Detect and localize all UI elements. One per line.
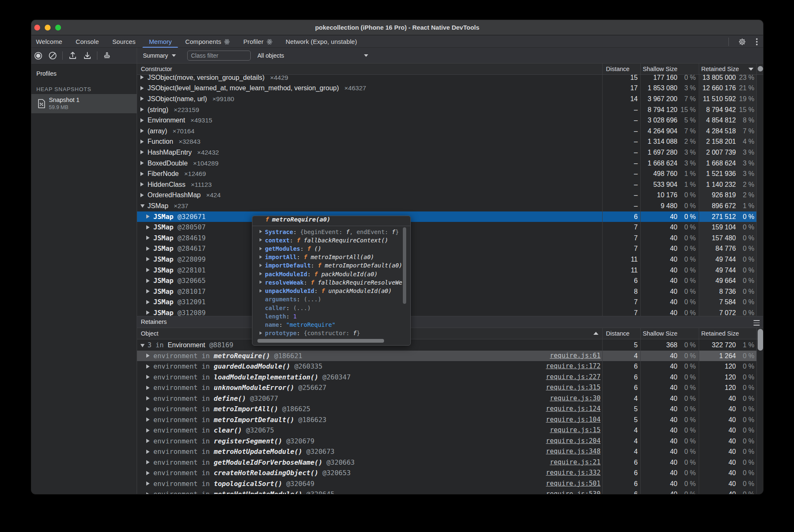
retainer-row[interactable]: environment in metroHotUpdateModule() @3…: [137, 446, 757, 457]
tree-expanded-icon[interactable]: [140, 204, 145, 208]
tree-collapsed-icon[interactable]: [146, 247, 150, 251]
constructor-row[interactable]: Environment×49315–3 028 6965 %4 854 8128…: [137, 115, 757, 126]
tab-network-expo-unstable[interactable]: Network (Expo, unstable): [279, 36, 364, 48]
source-link[interactable]: require.js:204: [546, 436, 601, 447]
retainer-row[interactable]: environment in registerSegment() @320679…: [137, 436, 757, 447]
col-header-retained-size[interactable]: Retained Size: [701, 328, 739, 339]
column-divider[interactable]: [602, 64, 603, 316]
column-divider[interactable]: [699, 64, 699, 316]
tree-collapsed-icon[interactable]: [146, 289, 150, 293]
source-link[interactable]: require.js:227: [546, 372, 601, 383]
constructor-row[interactable]: JSMap @3120917400 %7 5840 %: [137, 297, 757, 308]
tree-collapsed-icon[interactable]: [140, 140, 144, 144]
tree-collapsed-icon[interactable]: [146, 375, 150, 379]
constructor-row[interactable]: JSMap @2846177400 %84 7760 %: [137, 243, 757, 254]
source-link[interactable]: require.js:348: [546, 446, 601, 457]
tree-collapsed-icon[interactable]: [140, 129, 144, 133]
tree-collapsed-icon[interactable]: [146, 481, 150, 486]
tree-collapsed-icon[interactable]: [146, 386, 150, 390]
sidebar-item-snapshot[interactable]: Snapshot 1 59.9 MB: [31, 94, 137, 113]
source-link[interactable]: require.js:172: [546, 361, 601, 372]
tooltip-property-row[interactable]: prototype: {constructor: f}: [252, 329, 402, 337]
retainer-row[interactable]: environment in clear() @320675require.js…: [137, 425, 757, 436]
tooltip-vscrollbar[interactable]: [403, 227, 406, 304]
tree-collapsed-icon[interactable]: [146, 300, 150, 304]
clear-profiles-icon[interactable]: [48, 51, 57, 60]
constructor-row[interactable]: JSMap @22810111400 %49 7440 %: [137, 265, 757, 276]
source-link[interactable]: require.js:315: [546, 382, 601, 393]
constructor-row[interactable]: BoxedDouble×104289–1 668 6243 %1 668 624…: [137, 158, 757, 169]
tooltip-property-row[interactable]: unpackModuleId: f unpackModuleId(a0): [252, 287, 402, 295]
tree-collapsed-icon[interactable]: [146, 417, 150, 422]
tree-collapsed-icon[interactable]: [146, 236, 150, 240]
tree-collapsed-icon[interactable]: [146, 460, 150, 464]
tree-collapsed-icon[interactable]: [140, 97, 144, 101]
settings-gear-icon[interactable]: [734, 36, 751, 48]
load-profile-icon[interactable]: [68, 51, 77, 60]
source-link[interactable]: require.js:332: [546, 468, 601, 479]
tree-collapsed-icon[interactable]: [146, 214, 150, 219]
record-heap-snapshot-icon[interactable]: [33, 51, 43, 60]
class-filter-input[interactable]: Class filter: [187, 51, 251, 61]
tree-collapsed-icon[interactable]: [140, 172, 144, 176]
tree-collapsed-icon[interactable]: [146, 492, 150, 494]
scrollbar-thumb[interactable]: [758, 66, 763, 71]
tab-memory[interactable]: Memory: [142, 36, 178, 48]
tree-collapsed-icon[interactable]: [140, 107, 144, 112]
tab-welcome[interactable]: Welcome: [31, 36, 69, 48]
constructor-row[interactable]: (string)×223159–8 794 12015 %8 794 94215…: [137, 104, 757, 115]
column-divider[interactable]: [640, 64, 641, 316]
tree-collapsed-icon[interactable]: [146, 364, 150, 369]
constructor-row[interactable]: JSMap @3206656400 %49 6640 %: [137, 275, 757, 286]
retainer-row[interactable]: environment in getModuleIdForVerboseName…: [137, 457, 757, 468]
clear-garbage-brush-icon[interactable]: [102, 51, 112, 60]
tooltip-property-row[interactable]: getModules: f (): [252, 244, 402, 253]
tree-collapsed-icon[interactable]: [146, 268, 150, 272]
source-link[interactable]: require.js:15: [550, 425, 601, 436]
constructor-row[interactable]: (array)×70164–4 264 9047 %4 284 5187 %: [137, 126, 757, 137]
constructor-row[interactable]: OrderedHashMap×424–10 1760 %926 8192 %: [137, 190, 757, 201]
column-divider[interactable]: [699, 328, 699, 494]
tooltip-property-row[interactable]: importDefault: f metroImportDefault(a0): [252, 261, 402, 270]
retainer-row[interactable]: environment in metroImportDefault() @186…: [137, 415, 757, 425]
constructor-row[interactable]: JSMap @2846197400 %157 4800 %: [137, 233, 757, 244]
tooltip-hscrollbar[interactable]: [257, 339, 384, 343]
source-link[interactable]: require.js:21: [550, 457, 601, 468]
retainer-row[interactable]: environment in metroRequire() @186621req…: [137, 351, 757, 361]
objects-scope-select[interactable]: All objects: [254, 48, 372, 64]
tree-collapsed-icon[interactable]: [146, 311, 150, 315]
source-link[interactable]: require.js:61: [550, 351, 601, 361]
source-link[interactable]: require.js:104: [546, 415, 601, 425]
retainer-row[interactable]: environment in metroHotUpdateModule() @3…: [137, 489, 757, 494]
tree-collapsed-icon[interactable]: [146, 407, 150, 411]
constructor-row[interactable]: JSMap @3120897400 %7 0720 %: [137, 308, 757, 316]
tree-collapsed-icon[interactable]: [140, 161, 144, 165]
tree-collapsed-icon[interactable]: [146, 428, 150, 433]
retainer-row[interactable]: environment in define() @320677require.j…: [137, 393, 757, 404]
constructor-row[interactable]: JSObject(move, version_group_details)×44…: [137, 75, 757, 83]
tooltip-property-row[interactable]: resolveWeak: f fallbackRequireResolveWea…: [252, 278, 402, 287]
kebab-menu-icon[interactable]: [751, 36, 763, 48]
constructor-row[interactable]: FiberNode×12469–498 7601 %1 521 9363 %: [137, 168, 757, 179]
constructor-row[interactable]: JSMap @2810178400 %8 7360 %: [137, 286, 757, 297]
constructor-row[interactable]: JSMap @3206716400 %271 5120 %: [137, 211, 757, 222]
source-link[interactable]: require.js:501: [546, 479, 601, 489]
retainer-row[interactable]: 3 in Environment @8816953680 %322 7201 %: [137, 340, 757, 351]
constructor-row[interactable]: HashMapEntry×42432–1 697 2803 %2 007 739…: [137, 147, 757, 158]
tree-collapsed-icon[interactable]: [140, 118, 144, 122]
constructor-row[interactable]: Function×32843–1 314 0882 %2 158 2014 %: [137, 136, 757, 147]
constructor-row[interactable]: JSObject(level_learned_at, move_learn_me…: [137, 83, 757, 94]
tooltip-property-row[interactable]: context: f fallbackRequireContext(): [252, 236, 402, 244]
col-header-distance[interactable]: Distance: [606, 328, 629, 339]
tab-components[interactable]: Components: [178, 36, 237, 48]
col-header-object[interactable]: Object: [141, 328, 158, 339]
constructor-row[interactable]: JSObject(name, url)×99180143 967 2007 %1…: [137, 94, 757, 104]
tooltip-property-row[interactable]: importAll: f metroImportAll(a0): [252, 253, 402, 261]
col-header-constructor[interactable]: Constructor: [141, 64, 172, 74]
tree-collapsed-icon[interactable]: [146, 354, 150, 358]
source-link[interactable]: require.js:530: [546, 489, 601, 494]
col-header-shallow-size[interactable]: Shallow Size: [643, 64, 677, 74]
retainer-row[interactable]: environment in topologicalSort() @320649…: [137, 479, 757, 489]
col-header-shallow-size[interactable]: Shallow Size: [643, 328, 677, 339]
constructor-row[interactable]: HiddenClass×11123–533 9041 %1 140 2322 %: [137, 179, 757, 190]
